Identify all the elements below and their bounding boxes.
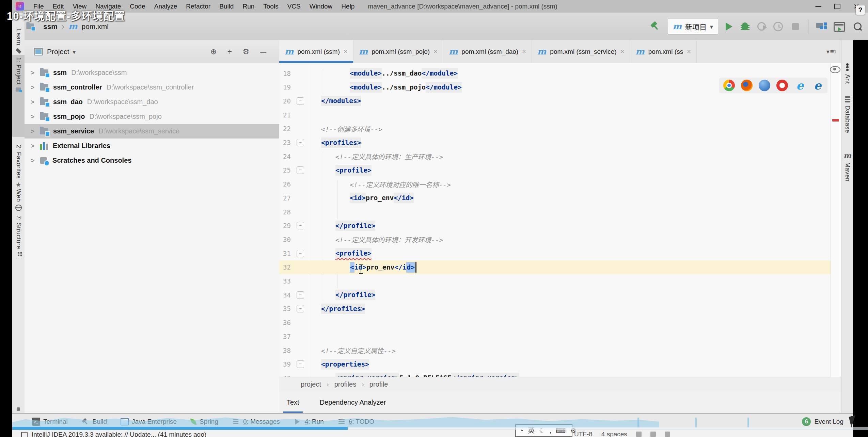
code-line[interactable]: 28 [279, 205, 831, 219]
menu-code[interactable]: Code [125, 3, 149, 10]
code-line[interactable]: 36 [279, 316, 831, 330]
tree-row-ssm-dao[interactable]: ssm_daoD:\workspace\ssm_dao [25, 95, 279, 109]
stripe-tab-ant[interactable]: Ant [841, 63, 853, 84]
chevron-expand-icon[interactable] [31, 83, 34, 91]
code-line[interactable]: 26<!--定义环境对应的唯一名称--> [279, 177, 831, 191]
code-line[interactable]: 23<profiles> [279, 136, 831, 150]
code-line[interactable]: 34</profile> [279, 288, 831, 302]
close-tab-icon[interactable] [433, 48, 438, 55]
editor-tab[interactable]: pom.xml (ssm) [279, 40, 353, 63]
menu-vcs[interactable]: VCS [283, 3, 305, 10]
tab-text[interactable]: Text [285, 391, 301, 414]
tree-row-ssm-service[interactable]: ssm_serviceD:\workspace\ssm_service [25, 124, 279, 139]
menu-refactor[interactable]: Refactor [182, 3, 215, 10]
stripe-tab-maven[interactable]: Maven [841, 152, 853, 182]
stripe-tab-web[interactable]: Web [12, 187, 25, 213]
profiler-icon[interactable] [773, 22, 783, 31]
fold-marker-icon[interactable] [297, 97, 304, 105]
code-line[interactable]: 25<profile> [279, 163, 831, 177]
code-line[interactable]: 22<!--创建多环境--> [279, 122, 831, 136]
run-icon[interactable] [726, 22, 732, 31]
menu-window[interactable]: Window [305, 3, 337, 10]
chrome-icon[interactable] [723, 80, 735, 91]
firefox-icon[interactable] [741, 80, 753, 91]
stripe-tab-project[interactable]: 1: Project [12, 55, 25, 137]
coverage-icon[interactable] [757, 22, 766, 31]
event-log-button[interactable]: 6Event Log [802, 417, 843, 426]
run-configuration-select[interactable]: 新项目 [668, 19, 719, 34]
code-line[interactable]: 21 [279, 108, 831, 122]
tab-dependency-analyzer[interactable]: Dependency Analyzer [318, 391, 388, 414]
notification-row[interactable]: IntelliJ IDEA 2019.3.3 available: // Upd… [12, 429, 853, 437]
highlighting-eye-icon[interactable] [830, 66, 840, 73]
maximize-icon[interactable] [828, 1, 847, 12]
tree-row-external-libraries[interactable]: External Libraries [25, 139, 279, 153]
menu-help[interactable]: Help [337, 3, 359, 10]
tree-row-ssm-controller[interactable]: ssm_controllerD:\workspace\ssm_controlle… [25, 80, 279, 95]
breadcrumb-project[interactable]: project [301, 381, 321, 388]
chevron-down-icon[interactable] [73, 48, 76, 56]
stripe-tab-structure[interactable]: 7: Structure [12, 213, 25, 258]
code-line[interactable]: 38<!--定义自定义属性--> [279, 343, 831, 357]
code-line[interactable]: 29</profile> [279, 219, 831, 233]
fold-marker-icon[interactable] [297, 360, 304, 368]
close-tab-icon[interactable] [522, 48, 526, 55]
minimize-icon[interactable] [809, 1, 828, 12]
menu-analyze[interactable]: Analyze [150, 3, 182, 10]
breadcrumb-profiles[interactable]: profiles [334, 381, 356, 388]
build-icon[interactable] [650, 21, 660, 31]
edge-icon[interactable] [812, 80, 823, 91]
menu-build[interactable]: Build [215, 3, 238, 10]
breadcrumb-file[interactable]: pom.xml [81, 22, 108, 31]
stripe-tab-favorites[interactable]: 2: Favorites [12, 143, 25, 190]
menu-run[interactable]: Run [238, 3, 259, 10]
opera-icon[interactable] [776, 80, 788, 91]
code-line[interactable]: 20</modules> [279, 94, 831, 108]
breadcrumb-module[interactable]: ssm [43, 22, 58, 31]
fold-marker-icon[interactable] [297, 166, 304, 174]
chevron-expand-icon[interactable] [31, 98, 34, 106]
video-help-badge[interactable]: ? [856, 5, 865, 15]
code-line[interactable]: 35</profiles> [279, 302, 831, 316]
code-line[interactable]: 37 [279, 329, 831, 343]
chevron-expand-icon[interactable] [31, 69, 34, 77]
stripe-bottom-icon[interactable] [17, 407, 20, 411]
safari-icon[interactable] [759, 80, 770, 91]
close-tab-icon[interactable] [344, 48, 348, 55]
project-panel-title[interactable]: Project [47, 48, 69, 56]
code-line[interactable]: 33 [279, 274, 831, 288]
code-line[interactable]: 40<spring.version>5.1.9.RELEASE</spring.… [279, 371, 831, 377]
encoding-widget[interactable]: UTF-8 [574, 431, 593, 437]
code-line[interactable]: 31<profile> [279, 246, 831, 260]
code-line[interactable]: 39<properties> [279, 357, 831, 371]
stop-icon[interactable] [792, 23, 799, 30]
editor-tab[interactable]: pom.xml (ss [630, 40, 697, 63]
video-progress-bar[interactable] [12, 427, 868, 430]
close-tab-icon[interactable] [620, 48, 625, 55]
close-tab-icon[interactable] [687, 48, 691, 55]
stripe-tab-database[interactable]: Database [841, 96, 853, 133]
error-stripe[interactable] [831, 63, 841, 377]
select-opened-file-icon[interactable] [210, 47, 217, 56]
editor-tab[interactable]: pom.xml (ssm_dao) [443, 40, 532, 63]
chevron-expand-icon[interactable] [31, 157, 34, 164]
chevron-expand-icon[interactable] [31, 127, 34, 135]
fold-marker-icon[interactable] [297, 139, 304, 146]
collapse-all-icon[interactable] [227, 47, 232, 56]
hide-panel-icon[interactable] [260, 47, 266, 56]
stripe-tab-learn[interactable]: Learn [12, 27, 25, 55]
code-line[interactable]: 27<id>pro_env</id> [279, 191, 831, 205]
editor-tab[interactable]: pom.xml (ssm_pojo) [353, 40, 443, 63]
tree-row-ssm-pojo[interactable]: ssm_pojoD:\workspace\ssm_pojo [25, 109, 279, 124]
run-window-icon[interactable] [834, 22, 845, 32]
fold-marker-icon[interactable] [297, 291, 304, 299]
indent-widget[interactable]: 4 spaces [601, 431, 627, 437]
hidden-tabs-dropdown[interactable]: ≡1 [822, 40, 841, 63]
ie-icon[interactable] [794, 80, 806, 91]
fold-marker-icon[interactable] [297, 250, 304, 257]
status-widget-icon[interactable] [665, 432, 670, 437]
code-area[interactable]: 18<module>../ssm_dao</module>19<module>.… [279, 63, 831, 377]
chevron-expand-icon[interactable] [31, 113, 34, 120]
gear-icon[interactable] [242, 47, 249, 56]
menu-tools[interactable]: Tools [259, 3, 283, 10]
